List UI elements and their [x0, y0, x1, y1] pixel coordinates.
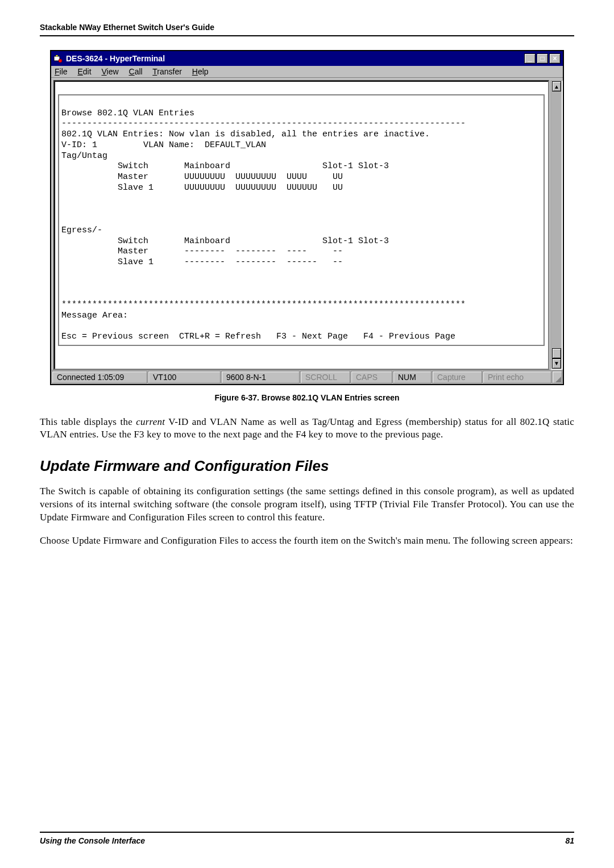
eg-master: Master -------- -------- ---- --: [61, 247, 343, 256]
menu-help[interactable]: Help: [192, 67, 209, 76]
message-area: Message Area:: [61, 311, 128, 320]
status-connected: Connected 1:05:09: [52, 371, 147, 383]
paragraph-1: This table displays the current V-ID and…: [40, 416, 574, 442]
figure-caption: Figure 6-37. Browse 802.1Q VLAN Entries …: [40, 393, 574, 402]
svg-point-1: [59, 59, 62, 62]
status-emulation: VT100: [148, 371, 221, 383]
terminal-area[interactable]: Browse 802.1Q VLAN Entries -------------…: [53, 80, 549, 370]
eg-slave: Slave 1 -------- -------- ------ --: [61, 257, 343, 267]
resize-grip[interactable]: [552, 371, 562, 383]
tag-master: Master UUUUUUUU UUUUUUUU UUUU UU: [61, 172, 343, 182]
help-line: Esc = Previous screen CTRL+R = Refresh F…: [61, 332, 455, 341]
footer-page-number: 81: [565, 836, 574, 845]
menu-edit[interactable]: Edit: [77, 67, 91, 76]
taguntag-label: Tag/Untag: [61, 151, 107, 161]
paragraph-2: The Switch is capable of obtaining its c…: [40, 485, 574, 524]
minimize-button[interactable]: _: [524, 53, 536, 64]
stars: ****************************************…: [61, 300, 466, 310]
status-caps: CAPS: [351, 371, 392, 383]
menu-file[interactable]: File: [55, 67, 68, 76]
status-settings: 9600 8-N-1: [221, 371, 300, 383]
vertical-scrollbar[interactable]: ▲ ▼: [550, 80, 563, 370]
scroll-track[interactable]: [551, 91, 562, 358]
tag-slave: Slave 1 UUUUUUUU UUUUUUUU UUUUUU UU: [61, 183, 343, 193]
statusbar: Connected 1:05:09 VT100 9600 8-N-1 SCROL…: [51, 370, 563, 384]
scroll-up-button[interactable]: ▲: [552, 81, 561, 91]
menu-call[interactable]: Call: [129, 67, 143, 76]
scroll-thumb[interactable]: [552, 348, 561, 358]
status-capture: Capture: [432, 371, 482, 383]
page-header: Stackable NWay Ethernet Switch User's Gu…: [40, 23, 574, 36]
vid-line: V-ID: 1 VLAN Name: DEFAULT_VLAN: [61, 140, 266, 150]
status-line: 802.1Q VLAN Entries: Now vlan is disable…: [61, 130, 430, 139]
egress-label: Egress/-: [61, 226, 102, 235]
window-title: DES-3624 - HyperTerminal: [66, 54, 524, 63]
cols2: Switch Mainboard Slot-1 Slot-3: [61, 236, 389, 246]
app-icon: [53, 54, 63, 63]
footer-left: Using the Console Interface: [40, 836, 145, 845]
paragraph-3: Choose Update Firmware and Configuration…: [40, 535, 574, 548]
status-printecho: Print echo: [483, 371, 551, 383]
menubar: File Edit View Call Transfer Help: [51, 66, 563, 77]
divider: ----------------------------------------…: [61, 119, 466, 128]
menu-transfer[interactable]: Transfer: [152, 67, 182, 76]
scroll-down-button[interactable]: ▼: [552, 358, 561, 369]
section-heading: Update Firmware and Configuration Files: [40, 457, 574, 475]
cols1: Switch Mainboard Slot-1 Slot-3: [61, 161, 389, 171]
window-titlebar[interactable]: DES-3624 - HyperTerminal _ □ ×: [51, 51, 563, 66]
status-num: NUM: [393, 371, 432, 383]
terminal-inner: Browse 802.1Q VLAN Entries -------------…: [58, 94, 545, 346]
maximize-button[interactable]: □: [537, 53, 548, 64]
screen-title: Browse 802.1Q VLAN Entries: [61, 108, 194, 118]
close-button[interactable]: ×: [549, 53, 561, 64]
status-scroll: SCROLL: [300, 371, 350, 383]
menu-view[interactable]: View: [102, 67, 119, 76]
hyperterminal-window: DES-3624 - HyperTerminal _ □ × File Edit…: [50, 50, 564, 385]
